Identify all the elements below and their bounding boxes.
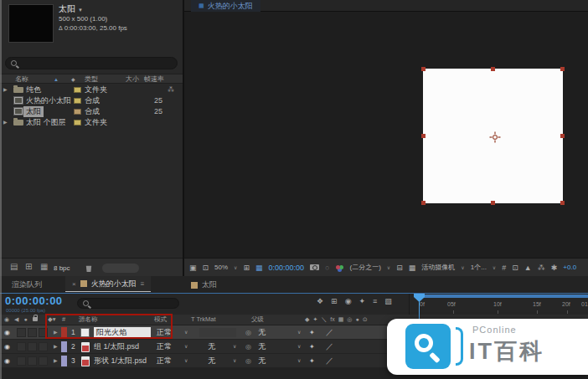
label-column-icon[interactable]: ◆ (71, 75, 75, 85)
layer-label-chip[interactable] (61, 341, 67, 352)
graph-editor-icon[interactable]: ▧ (384, 297, 392, 305)
column-size[interactable]: 大小 (116, 74, 139, 84)
channel-rgb-icon[interactable] (336, 264, 344, 271)
chevron-down-icon[interactable]: ∨ (297, 325, 301, 340)
column-name[interactable]: 名称 (15, 74, 28, 84)
selection-handle[interactable] (560, 134, 565, 138)
motion-blur-icon[interactable]: ✦ (358, 297, 365, 305)
collapse-icon[interactable]: ✦ (312, 315, 317, 325)
twirl-icon[interactable]: ▶ (3, 117, 8, 128)
pickwhip-icon[interactable]: ◎ (245, 354, 251, 368)
brainstorm-icon[interactable]: ≡ (373, 297, 377, 305)
preview-timecode[interactable]: 0:00:00:00 (269, 264, 305, 272)
layer-name[interactable]: 形状 1/太阳.psd (94, 354, 147, 368)
twirl-icon[interactable]: ▶ (54, 354, 58, 368)
quality-slash-switch[interactable]: ／ (326, 340, 333, 354)
label-color-chip[interactable] (74, 109, 81, 115)
chevron-down-icon[interactable]: ∨ (184, 325, 188, 340)
trkmat-value[interactable]: 无 (208, 340, 215, 354)
exposure-value[interactable]: +0.0 (563, 264, 576, 271)
solo-icon[interactable]: ● (24, 315, 28, 325)
layer-label-chip[interactable] (61, 356, 67, 366)
chevron-down-icon[interactable]: ∨ (184, 340, 188, 354)
composition-stage[interactable] (184, 13, 588, 258)
pixel-aspect-icon[interactable]: ▲ (524, 264, 532, 272)
quality-slash-switch[interactable]: ／ (326, 354, 333, 368)
solo-toggle-cell[interactable] (28, 328, 37, 337)
delete-icon[interactable] (85, 264, 92, 272)
item-name[interactable]: 太阳 (23, 106, 44, 117)
solo-toggle-cell[interactable] (28, 342, 37, 351)
project-column-headers[interactable]: 名称 ▲ ◆ 类型 大小 帧速率 (0, 74, 183, 84)
chevron-down-icon[interactable]: ∨ (233, 340, 236, 354)
column-trkmat[interactable]: T TrkMat (191, 315, 215, 325)
chevron-down-icon[interactable]: ∨ (297, 340, 301, 354)
audio-toggle-cell[interactable] (17, 328, 26, 337)
viewer-tab-composition[interactable]: ▦ 火热的小太阳 (191, 0, 260, 12)
audio-icon[interactable]: ◀ (14, 315, 18, 325)
snapshot-layers-icon[interactable]: ▣ (189, 264, 197, 272)
trkmat-value[interactable]: 无 (208, 354, 215, 368)
reset-exposure-icon[interactable]: ✱ (551, 264, 558, 272)
current-timecode[interactable]: 0:00:00:00 (5, 294, 63, 307)
motion-blur-icon[interactable]: ◎ (347, 315, 352, 325)
resolution-value[interactable]: (二分之一) (350, 263, 381, 272)
region-of-interest-icon[interactable]: ⊞ (243, 264, 250, 272)
selection-handle[interactable] (421, 134, 426, 138)
selection-handle[interactable] (491, 67, 495, 71)
column-parent[interactable]: 父级 (251, 315, 264, 325)
label-color-chip[interactable] (74, 98, 81, 104)
selection-handle[interactable] (421, 67, 426, 71)
twirl-icon[interactable]: ▶ (3, 85, 8, 95)
solo-toggle-cell[interactable] (28, 356, 37, 366)
channel-monitor-icon[interactable]: ⊡ (203, 264, 209, 272)
quality-switch[interactable]: ✦ (309, 325, 315, 340)
item-name[interactable]: 纯色 (26, 85, 41, 95)
blend-mode-value[interactable]: 正常 (157, 354, 172, 368)
selection-handle[interactable] (421, 201, 426, 205)
lock-toggle-cell[interactable] (39, 356, 48, 366)
snapshot-camera-icon[interactable] (310, 264, 319, 270)
draft-icon[interactable]: ＼ (321, 315, 327, 325)
show-snapshot-icon[interactable]: ○ (325, 264, 329, 272)
trkmat-dropdown-empty[interactable] (199, 328, 236, 337)
lock-icon[interactable] (33, 317, 38, 321)
project-row-comp-taiyang-selected[interactable]: 太阳 合成 25 (0, 106, 183, 117)
chevron-down-icon[interactable]: ∨ (461, 264, 464, 270)
column-framerate[interactable]: 帧速率 (144, 74, 164, 84)
project-search-input[interactable] (5, 57, 178, 69)
chevron-down-icon[interactable]: ∨ (184, 354, 188, 368)
frame-blending-icon[interactable]: ◉ (345, 297, 352, 305)
interpret-footage-icon[interactable]: ▤ (10, 263, 18, 271)
close-icon[interactable]: × (72, 280, 76, 288)
eye-icon[interactable]: ◉ (4, 315, 9, 325)
selection-handle[interactable] (491, 201, 495, 205)
chevron-down-icon[interactable]: ∨ (233, 354, 236, 368)
composition-mini-flowchart-icon[interactable]: ❖ (317, 297, 323, 305)
anchor-point-icon[interactable] (489, 131, 501, 143)
pickwhip-icon[interactable]: ◎ (245, 340, 251, 354)
item-name[interactable]: 太阳 个图层 (26, 117, 66, 128)
item-name[interactable]: 火热的小太阳 (26, 95, 71, 106)
timeline-search-input[interactable] (77, 298, 179, 309)
audio-toggle-cell[interactable] (17, 356, 26, 366)
eye-icon[interactable]: ◉ (4, 340, 10, 354)
project-row-folder-tuceng[interactable]: ▶ 太阳 个图层 文件夹 (0, 117, 183, 128)
label-color-chip[interactable] (74, 120, 81, 125)
3d-layer-icon[interactable]: ⊙ (363, 315, 368, 325)
adjustment-layer-icon[interactable]: ● (355, 315, 358, 325)
quality-slash-switch[interactable]: ／ (326, 325, 333, 340)
transparency-grid-icon[interactable]: ▦ (255, 264, 263, 272)
fast-previews-icon[interactable]: ⊟ (396, 264, 403, 272)
quality-switch[interactable]: ✦ (309, 340, 315, 354)
audio-toggle-cell[interactable] (17, 342, 26, 351)
grid-guides-icon[interactable]: ▦ (409, 264, 416, 272)
project-row-comp-huore[interactable]: 火热的小太阳 合成 25 (0, 95, 183, 106)
frame-blend-icon[interactable]: ▦ (338, 315, 344, 325)
quality-icon[interactable]: ◆ (305, 315, 309, 325)
chevron-down-icon[interactable]: ∨ (387, 264, 390, 270)
work-area-bar[interactable] (418, 294, 588, 298)
view-layout-value[interactable]: 1个... (471, 263, 487, 272)
tab-composition-other[interactable]: 太阳 (191, 279, 217, 290)
fx-icon[interactable]: fx (330, 315, 334, 325)
